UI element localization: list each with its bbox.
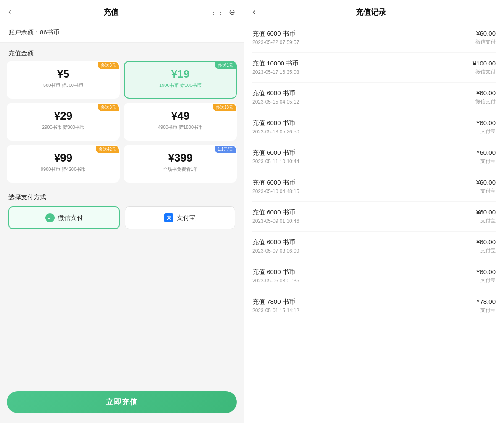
package-sub: 全场书免费看1年 xyxy=(130,166,231,172)
record-amount: ¥60.00 xyxy=(476,238,496,245)
record-title: 充值 6000 书币 xyxy=(252,89,299,97)
record-right: ¥60.00 支付宝 xyxy=(476,179,496,195)
payment-section-label: 选择支付方式 xyxy=(8,193,235,206)
right-panel: ‹ 充值记录 充值 6000 书币 2023-05-22 07:59:57 ¥6… xyxy=(244,0,504,423)
alipay-icon: 支 xyxy=(164,213,173,222)
package-badge: 多送1元 xyxy=(215,62,236,69)
record-title: 充值 6000 书币 xyxy=(252,238,299,246)
record-title: 充值 6000 书币 xyxy=(252,209,299,217)
record-date: 2023-05-17 16:35:08 xyxy=(252,69,299,75)
right-nav-bar: ‹ 充值记录 xyxy=(244,0,504,23)
record-amount: ¥60.00 xyxy=(476,179,496,186)
record-item: 充值 6000 书币 2023-05-22 07:59:57 ¥60.00 微信… xyxy=(252,23,496,53)
package-card-p99[interactable]: 多送42元 ¥99 9900书币 赠4200书币 xyxy=(7,145,120,183)
record-right: ¥60.00 微信支付 xyxy=(475,30,496,46)
payment-method-label: 支付宝 xyxy=(177,214,196,222)
record-item: 充值 6000 书币 2023-05-15 04:05:12 ¥60.00 微信… xyxy=(252,83,496,112)
recharge-button[interactable]: 立即充值 xyxy=(7,391,237,413)
record-right: ¥60.00 支付宝 xyxy=(476,149,496,165)
record-amount: ¥60.00 xyxy=(476,268,496,275)
bottom-bar: 立即充值 xyxy=(7,391,237,413)
record-item: 充值 10000 书币 2023-05-17 16:35:08 ¥100.00 … xyxy=(252,53,496,83)
record-left: 充值 6000 书币 2023-05-11 10:10:44 xyxy=(252,149,299,164)
record-date: 2023-05-13 05:26:50 xyxy=(252,129,299,135)
record-method: 支付宝 xyxy=(476,277,496,284)
record-left: 充值 6000 书币 2023-05-15 04:05:12 xyxy=(252,89,299,105)
package-price: ¥99 xyxy=(13,151,114,164)
record-left: 充值 6000 书币 2023-05-13 05:26:50 xyxy=(252,119,299,135)
record-method: 支付宝 xyxy=(476,217,496,225)
close-icon[interactable]: ⊖ xyxy=(229,8,235,17)
package-card-p399[interactable]: 1.1元/天 ¥399 全场书免费看1年 xyxy=(124,145,237,183)
record-right: ¥60.00 支付宝 xyxy=(476,268,496,284)
back-button[interactable]: ‹ xyxy=(8,7,11,18)
record-title: 充值 6000 书币 xyxy=(252,179,299,187)
package-badge: 多送18元 xyxy=(213,104,236,111)
record-left: 充值 6000 书币 2023-05-07 03:06:09 xyxy=(252,238,299,254)
payment-methods: ✓ 微信支付 支 支付宝 xyxy=(8,206,235,229)
package-price: ¥399 xyxy=(130,151,231,164)
package-card-p19[interactable]: 多送1元 ¥19 1900书币 赠100书币 xyxy=(124,61,237,99)
package-price: ¥19 xyxy=(130,68,231,81)
record-date: 2023-05-01 15:14:12 xyxy=(252,308,299,313)
wechat-icon: ✓ xyxy=(45,213,55,222)
left-panel: ‹ 充值 ⋮⋮ ⊖ 账户余额：86书币 充值金额 多送3元 ¥5 500书币 赠… xyxy=(0,0,244,423)
package-sub: 9900书币 赠4200书币 xyxy=(13,166,114,172)
right-back-button[interactable]: ‹ xyxy=(252,7,255,18)
package-badge: 多送3元 xyxy=(98,104,119,111)
package-price: ¥5 xyxy=(13,68,114,81)
package-sub: 4900书币 赠1800书币 xyxy=(130,124,231,131)
nav-bar: ‹ 充值 ⋮⋮ ⊖ xyxy=(0,0,244,23)
payment-method-alipay[interactable]: 支 支付宝 xyxy=(125,206,235,229)
record-amount: ¥100.00 xyxy=(473,60,496,67)
account-balance: 账户余额：86书币 xyxy=(0,23,244,43)
record-date: 2023-05-15 04:05:12 xyxy=(252,99,299,105)
record-right: ¥60.00 支付宝 xyxy=(476,209,496,225)
record-item: 充值 6000 书币 2023-05-11 10:10:44 ¥60.00 支付… xyxy=(252,142,496,172)
record-item: 充值 6000 书币 2023-05-07 03:06:09 ¥60.00 支付… xyxy=(252,232,496,261)
package-price: ¥49 xyxy=(130,110,231,123)
menu-icon[interactable]: ⋮⋮ xyxy=(210,8,224,16)
payment-method-label: 微信支付 xyxy=(58,214,83,222)
record-method: 支付宝 xyxy=(476,128,496,135)
record-right: ¥60.00 支付宝 xyxy=(476,119,496,135)
record-left: 充值 6000 书币 2023-05-22 07:59:57 xyxy=(252,30,299,45)
packages-section-label: 充值金额 xyxy=(0,43,244,61)
package-sub: 500书币 赠300书币 xyxy=(13,82,114,89)
package-card-p5[interactable]: 多送3元 ¥5 500书币 赠300书币 xyxy=(7,61,120,99)
record-method: 支付宝 xyxy=(476,188,496,195)
record-item: 充值 6000 书币 2023-05-10 04:48:15 ¥60.00 支付… xyxy=(252,172,496,202)
record-amount: ¥60.00 xyxy=(475,89,496,97)
record-right: ¥100.00 微信支付 xyxy=(473,60,496,76)
record-method: 支付宝 xyxy=(476,158,496,165)
record-amount: ¥60.00 xyxy=(476,209,496,216)
record-left: 充值 7800 书币 2023-05-01 15:14:12 xyxy=(252,298,299,313)
nav-actions: ⋮⋮ ⊖ xyxy=(210,8,235,17)
record-method: 微信支付 xyxy=(475,39,496,46)
payment-section: 选择支付方式 ✓ 微信支付 支 支付宝 xyxy=(0,187,244,232)
package-card-p49[interactable]: 多送18元 ¥49 4900书币 赠1800书币 xyxy=(124,103,237,141)
record-method: 微信支付 xyxy=(473,68,496,76)
record-right: ¥60.00 微信支付 xyxy=(475,89,496,105)
record-item: 充值 6000 书币 2023-05-05 03:01:35 ¥60.00 支付… xyxy=(252,261,496,291)
package-badge: 1.1元/天 xyxy=(215,146,236,153)
payment-method-wechat[interactable]: ✓ 微信支付 xyxy=(8,206,120,229)
package-badge: 多送42元 xyxy=(96,146,119,153)
record-left: 充值 6000 书币 2023-05-10 04:48:15 xyxy=(252,179,299,194)
record-item: 充值 7800 书币 2023-05-01 15:14:12 ¥78.00 支付… xyxy=(252,291,496,321)
records-list: 充值 6000 书币 2023-05-22 07:59:57 ¥60.00 微信… xyxy=(244,23,504,423)
right-page-title: 充值记录 xyxy=(255,7,486,17)
record-right: ¥78.00 支付宝 xyxy=(476,298,496,314)
record-amount: ¥60.00 xyxy=(476,119,496,126)
record-item: 充值 6000 书币 2023-05-09 01:30:46 ¥60.00 支付… xyxy=(252,202,496,232)
record-date: 2023-05-07 03:06:09 xyxy=(252,248,299,254)
package-sub: 1900书币 赠100书币 xyxy=(130,82,231,89)
package-card-p29[interactable]: 多送3元 ¥29 2900书币 赠300书币 xyxy=(7,103,120,141)
record-title: 充值 7800 书币 xyxy=(252,298,299,306)
package-price: ¥29 xyxy=(13,110,114,123)
record-left: 充值 10000 书币 2023-05-17 16:35:08 xyxy=(252,60,299,75)
packages-grid: 多送3元 ¥5 500书币 赠300书币 多送1元 ¥19 1900书币 赠10… xyxy=(0,61,244,183)
record-method: 微信支付 xyxy=(475,98,496,105)
record-title: 充值 10000 书币 xyxy=(252,60,299,68)
record-title: 充值 6000 书币 xyxy=(252,149,299,157)
